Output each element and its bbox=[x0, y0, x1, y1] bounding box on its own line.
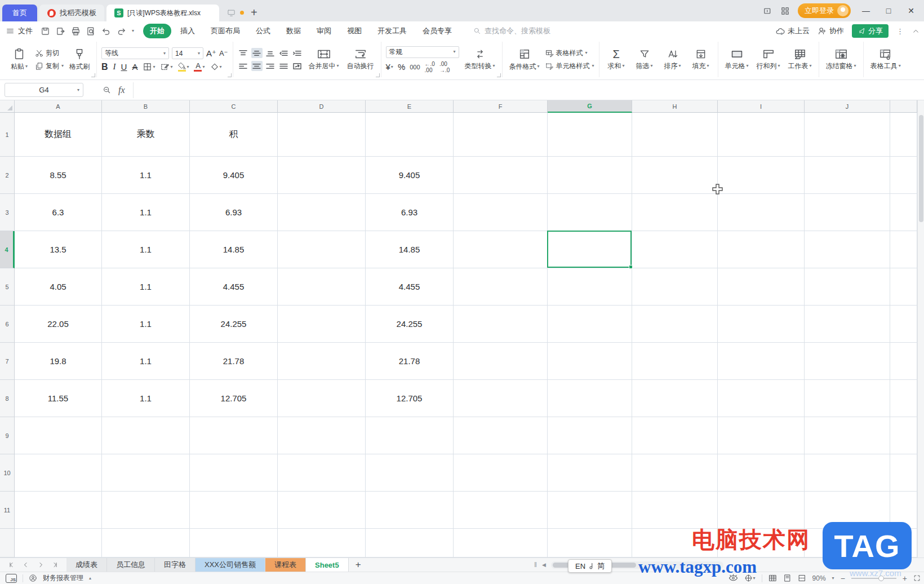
cell-H5[interactable] bbox=[632, 268, 718, 306]
clipboard-dialog-launcher[interactable] bbox=[91, 73, 95, 77]
cell-K10[interactable] bbox=[890, 454, 917, 492]
cell-C8[interactable]: 12.705 bbox=[190, 380, 278, 417]
column-header-C[interactable]: C bbox=[190, 100, 278, 113]
cell-I8[interactable] bbox=[718, 380, 805, 417]
file-menu[interactable]: 文件 bbox=[6, 26, 33, 36]
currency-button[interactable]: ¥▾ bbox=[386, 63, 393, 71]
column-header-H[interactable]: H bbox=[632, 100, 718, 113]
tab-splitter-handle[interactable]: ‖ bbox=[534, 561, 537, 569]
zoom-out-icon[interactable]: − bbox=[841, 574, 845, 583]
conditional-format-button[interactable]: 条件格式▾ bbox=[507, 47, 542, 73]
column-header-G[interactable]: G bbox=[548, 100, 632, 113]
sheet-tab-员工信息[interactable]: 员工信息 bbox=[107, 558, 155, 572]
cell-D7[interactable] bbox=[278, 343, 366, 380]
cell-H3[interactable] bbox=[632, 194, 718, 231]
align-right-button[interactable] bbox=[265, 61, 276, 71]
cell-F12[interactable] bbox=[454, 529, 548, 558]
cell-H2[interactable] bbox=[632, 157, 718, 194]
row-header-3[interactable]: 3 bbox=[0, 194, 15, 231]
command-search[interactable]: 查找命令、搜索模板 bbox=[473, 26, 550, 36]
sheet-tab-成绩表[interactable]: 成绩表 bbox=[66, 558, 107, 572]
cell-J3[interactable] bbox=[805, 194, 890, 231]
borders-button[interactable]: ▾ bbox=[143, 62, 155, 72]
merge-center-button[interactable]: 合并居中▾ bbox=[306, 47, 341, 72]
cell-E7[interactable]: 21.78 bbox=[366, 343, 454, 380]
cell-style-button[interactable]: 单元格样式▾ bbox=[545, 61, 594, 71]
cell-J5[interactable] bbox=[805, 268, 890, 306]
cell-G11[interactable] bbox=[548, 492, 632, 529]
cell-J10[interactable] bbox=[805, 454, 890, 492]
cell-K5[interactable] bbox=[890, 268, 917, 306]
new-tab-button[interactable]: + bbox=[251, 6, 257, 19]
cell-I9[interactable] bbox=[718, 417, 805, 454]
cell-A8[interactable]: 11.55 bbox=[15, 380, 102, 417]
row-header-11[interactable]: 11 bbox=[0, 492, 15, 529]
bold-button[interactable]: B bbox=[101, 63, 108, 72]
cell-K4[interactable] bbox=[890, 231, 917, 268]
cell-H6[interactable] bbox=[632, 306, 718, 343]
align-center-button[interactable] bbox=[251, 61, 263, 71]
cell-I4[interactable] bbox=[718, 231, 805, 268]
rows-cols-button[interactable]: 行和列▾ bbox=[754, 47, 783, 72]
cell-B7[interactable]: 1.1 bbox=[102, 343, 190, 380]
page-break-view-icon[interactable] bbox=[798, 574, 806, 582]
cell-C10[interactable] bbox=[190, 454, 278, 492]
worksheet-button[interactable]: 工作表▾ bbox=[786, 47, 814, 72]
select-all-corner[interactable] bbox=[0, 100, 15, 113]
sort-button[interactable]: 排序▾ bbox=[660, 47, 685, 72]
cell-F9[interactable] bbox=[454, 417, 548, 454]
sum-button[interactable]: Σ 求和▾ bbox=[604, 47, 629, 72]
tab-page-layout[interactable]: 页面布局 bbox=[204, 24, 247, 38]
cell-B11[interactable] bbox=[102, 492, 190, 529]
print-preview-icon[interactable] bbox=[86, 26, 96, 36]
next-sheet-icon[interactable] bbox=[37, 561, 44, 568]
align-middle-button[interactable] bbox=[251, 48, 263, 58]
number-format-select[interactable]: 常规▾ bbox=[386, 46, 459, 58]
cell-J6[interactable] bbox=[805, 306, 890, 343]
cell-C4[interactable]: 14.85 bbox=[190, 231, 278, 268]
cell-B5[interactable]: 1.1 bbox=[102, 268, 190, 306]
cell-F5[interactable] bbox=[454, 268, 548, 306]
share-button[interactable]: 分享 bbox=[852, 24, 889, 38]
row-header-9[interactable]: 9 bbox=[0, 417, 15, 454]
cell-F4[interactable] bbox=[454, 231, 548, 268]
row-header-8[interactable]: 8 bbox=[0, 380, 15, 417]
cell-D11[interactable] bbox=[278, 492, 366, 529]
insert-function-icon[interactable]: fx bbox=[118, 85, 125, 95]
column-header-F[interactable]: F bbox=[454, 100, 548, 113]
cell-E11[interactable] bbox=[366, 492, 454, 529]
cell-A2[interactable]: 8.55 bbox=[15, 157, 102, 194]
font-color-button[interactable]: A ▾ bbox=[194, 62, 205, 72]
text-orientation-button[interactable] bbox=[292, 61, 303, 71]
row-header-7[interactable]: 7 bbox=[0, 343, 15, 380]
column-header-A[interactable]: A bbox=[15, 100, 102, 113]
row-header-1[interactable]: 1 bbox=[0, 113, 15, 157]
column-header-B[interactable]: B bbox=[102, 100, 190, 113]
increase-indent-button[interactable] bbox=[292, 48, 303, 58]
cell-E9[interactable] bbox=[366, 417, 454, 454]
cell-I1[interactable] bbox=[718, 113, 805, 157]
cell-D10[interactable] bbox=[278, 454, 366, 492]
cell-H10[interactable] bbox=[632, 454, 718, 492]
cell-E3[interactable]: 6.93 bbox=[366, 194, 454, 231]
cell-B9[interactable] bbox=[102, 417, 190, 454]
cell-B3[interactable]: 1.1 bbox=[102, 194, 190, 231]
increase-font-icon[interactable]: A⁺ bbox=[206, 49, 216, 57]
cell-J2[interactable] bbox=[805, 157, 890, 194]
fill-handle[interactable] bbox=[629, 265, 633, 269]
name-box[interactable]: G4 ▾ bbox=[5, 83, 83, 97]
cell-A10[interactable] bbox=[15, 454, 102, 492]
collapse-ribbon-icon[interactable] bbox=[912, 28, 919, 35]
cell-F7[interactable] bbox=[454, 343, 548, 380]
cell-B2[interactable]: 1.1 bbox=[102, 157, 190, 194]
cell-D9[interactable] bbox=[278, 417, 366, 454]
cell-J4[interactable] bbox=[805, 231, 890, 268]
minimize-button[interactable]: — bbox=[859, 6, 873, 15]
cell-J9[interactable] bbox=[805, 417, 890, 454]
cell-D5[interactable] bbox=[278, 268, 366, 306]
number-dialog-launcher[interactable] bbox=[497, 73, 501, 77]
cell-E5[interactable]: 4.455 bbox=[366, 268, 454, 306]
zoom-caret-icon[interactable]: ▾ bbox=[832, 576, 834, 581]
sheet-tab-田字格[interactable]: 田字格 bbox=[155, 558, 196, 572]
zoom-formula-icon[interactable] bbox=[103, 86, 112, 95]
